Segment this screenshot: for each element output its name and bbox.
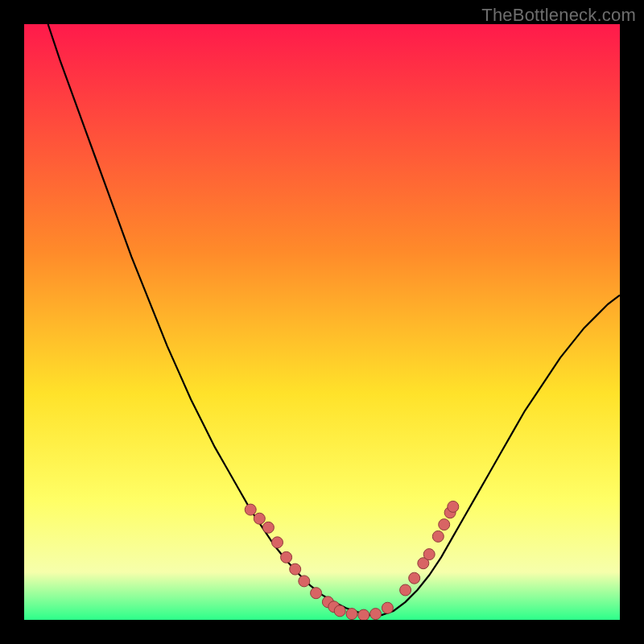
- data-dot: [448, 501, 459, 512]
- data-dot: [281, 551, 292, 563]
- data-dot: [299, 576, 310, 587]
- gradient-background: [24, 24, 620, 620]
- chart-frame: [24, 24, 620, 620]
- data-dot: [262, 522, 274, 533]
- data-dot: [423, 549, 435, 560]
- data-dot: [346, 609, 357, 620]
- data-dot: [334, 605, 345, 617]
- data-dot: [245, 504, 256, 515]
- data-dot: [290, 564, 301, 575]
- bottleneck-chart: [24, 24, 620, 620]
- data-dot: [409, 572, 420, 584]
- data-dot: [254, 513, 265, 524]
- data-dot: [382, 602, 393, 613]
- watermark-text: TheBottleneck.com: [481, 5, 636, 26]
- data-dot: [432, 530, 444, 542]
- data-dot: [400, 584, 411, 596]
- data-dot: [272, 537, 283, 548]
- data-dot: [358, 609, 369, 620]
- data-dot: [439, 519, 450, 530]
- data-dot: [370, 609, 382, 620]
- data-dot: [311, 588, 322, 599]
